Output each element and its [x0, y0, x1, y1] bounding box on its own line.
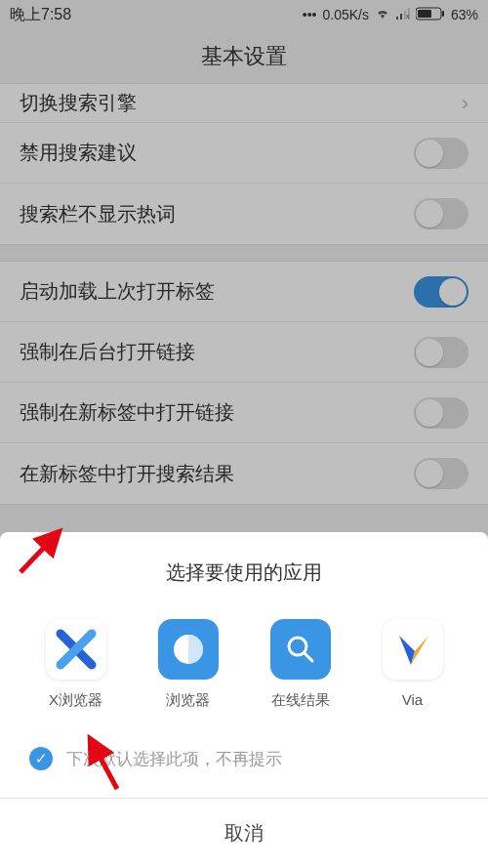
app-list: X浏览器 浏览器 在线结果 Via: [0, 609, 488, 729]
via-icon: [383, 619, 443, 680]
app-chooser-sheet: 选择要使用的应用 X浏览器 浏览器 在线结果 Via ✓: [0, 532, 488, 868]
app-label: 在线结果: [271, 691, 330, 710]
search-icon: [270, 619, 331, 680]
app-browser[interactable]: 浏览器: [158, 619, 219, 710]
app-label: Via: [402, 691, 423, 708]
checkbox-label: 下次默认选择此项，不再提示: [66, 748, 282, 770]
app-via[interactable]: Via: [383, 619, 443, 710]
checkbox-icon: ✓: [29, 747, 53, 770]
sheet-title: 选择要使用的应用: [0, 532, 488, 609]
svg-line-11: [305, 653, 312, 661]
app-online-results[interactable]: 在线结果: [270, 619, 331, 710]
remember-choice-row[interactable]: ✓ 下次默认选择此项，不再提示: [0, 729, 488, 798]
cancel-label: 取消: [224, 822, 264, 844]
watermark: Baidu经验: [403, 838, 474, 858]
app-x-browser[interactable]: X浏览器: [46, 619, 106, 710]
browser-icon: [158, 619, 219, 680]
app-label: X浏览器: [49, 691, 102, 710]
x-browser-icon: [46, 619, 106, 680]
app-label: 浏览器: [166, 691, 210, 710]
